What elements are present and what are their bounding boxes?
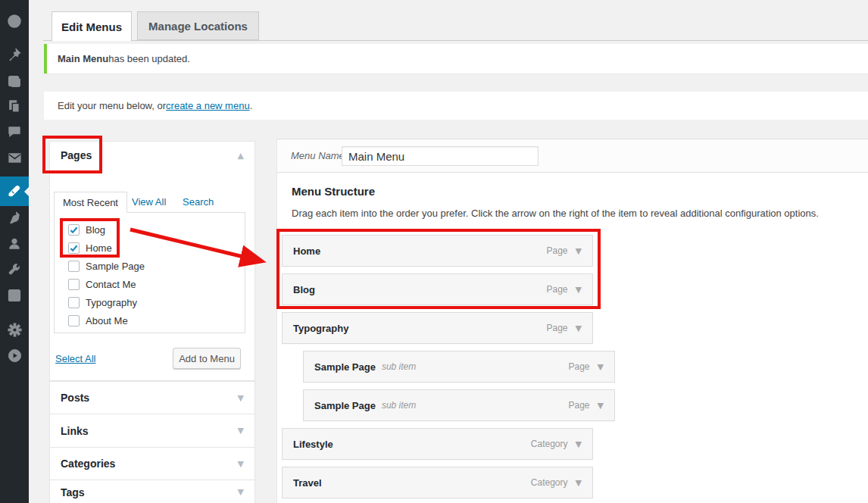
checkbox-home[interactable] xyxy=(68,242,80,254)
menu-item-typography[interactable]: Typography Page ▼ xyxy=(282,312,593,344)
pushpin-icon[interactable] xyxy=(0,42,29,67)
accordion-links-label: Links xyxy=(61,425,89,437)
comments-icon[interactable] xyxy=(0,119,29,145)
mail-icon[interactable] xyxy=(0,145,29,170)
pages-panel: Pages ▲ Most Recent View All Search Blog… xyxy=(49,141,255,381)
tab-edit-menus-label: Edit Menus xyxy=(61,20,122,33)
accordion-links[interactable]: Links▼ xyxy=(49,414,255,448)
menu-item-travel[interactable]: Travel Category ▼ xyxy=(282,467,593,498)
checkbox-home-label: Home xyxy=(86,242,112,254)
chevron-down-icon[interactable]: ▼ xyxy=(238,426,244,436)
tab-search[interactable]: Search xyxy=(183,196,214,208)
accordion-tags-label: Tags xyxy=(61,486,85,498)
dashboard-icon[interactable] xyxy=(0,8,29,34)
page-checkbox-row: Home xyxy=(68,239,245,257)
chevron-down-icon[interactable]: ▼ xyxy=(238,393,244,403)
page-checkbox-row: About Me xyxy=(68,311,245,330)
gear-icon[interactable] xyxy=(0,317,29,342)
chevron-down-icon[interactable]: ▼ xyxy=(576,478,582,488)
menu-item-lifestyle[interactable]: Lifestyle Category ▼ xyxy=(282,428,593,460)
menu-item-label: Travel xyxy=(293,477,322,489)
manage-bar-suffix: . xyxy=(250,100,253,111)
page-checkbox-row: Sample Page xyxy=(68,257,245,275)
sliders-icon[interactable] xyxy=(0,283,29,308)
accordion-posts[interactable]: Posts▼ xyxy=(49,381,255,414)
create-new-menu-link[interactable]: create a new menu xyxy=(166,100,250,111)
tab-most-recent[interactable]: Most Recent xyxy=(54,192,127,213)
chevron-down-icon[interactable]: ▼ xyxy=(576,323,582,333)
sidebar-item-appearance-active[interactable] xyxy=(0,177,29,206)
add-to-menu-button[interactable]: Add to Menu xyxy=(173,348,241,369)
tab-view-all[interactable]: View All xyxy=(132,196,166,208)
collapse-up-icon[interactable]: ▲ xyxy=(238,151,244,161)
menu-item-type: Category xyxy=(531,439,568,449)
checkbox-sample-page-label: Sample Page xyxy=(86,261,145,272)
menu-item-type: Page xyxy=(569,361,590,372)
checkbox-contact-me-label: Contact Me xyxy=(86,279,136,290)
tab-most-recent-label: Most Recent xyxy=(63,197,118,208)
chevron-down-icon[interactable]: ▼ xyxy=(576,246,582,256)
tab-edit-menus[interactable]: Edit Menus xyxy=(52,11,132,41)
media-icon[interactable]: ♪ xyxy=(0,68,29,94)
update-notice: Main Menu has been updated. xyxy=(44,44,868,73)
accordion-tags[interactable]: Tags▼ xyxy=(49,480,255,503)
chevron-down-icon[interactable]: ▼ xyxy=(238,459,244,469)
select-all-link[interactable]: Select All xyxy=(55,353,95,364)
checkbox-sample-page[interactable] xyxy=(68,261,80,272)
tab-manage-locations[interactable]: Manage Locations xyxy=(137,11,259,40)
menu-item-sample-page-1[interactable]: Sample Page sub item Page ▼ xyxy=(303,351,615,383)
menu-name-input[interactable] xyxy=(342,146,539,166)
menu-item-label: Blog xyxy=(293,284,315,295)
menu-item-label: Typography xyxy=(293,323,348,334)
tab-manage-locations-label: Manage Locations xyxy=(148,20,248,33)
menu-item-sample-page-2[interactable]: Sample Page sub item Page ▼ xyxy=(303,389,615,421)
chevron-down-icon[interactable]: ▼ xyxy=(576,285,582,295)
chevron-down-icon[interactable]: ▼ xyxy=(576,439,582,449)
accordion-posts-label: Posts xyxy=(61,392,89,404)
manage-bar-text: Edit your menu below, or xyxy=(58,100,166,111)
menu-item-blog[interactable]: Blog Page ▼ xyxy=(282,273,593,305)
pages-checklist: Blog Home Sample Page Contact Me Typogra… xyxy=(54,212,245,333)
menu-structure-description: Drag each item into the order you prefer… xyxy=(292,208,819,219)
page-checkbox-row: Typography xyxy=(68,293,245,311)
chevron-down-icon[interactable]: ▼ xyxy=(598,362,604,372)
menu-item-label: Sample Page xyxy=(314,400,376,411)
menu-item-type: Page xyxy=(569,400,590,411)
page-checkbox-row: Contact Me xyxy=(68,275,245,293)
tab-bottom-border xyxy=(43,40,868,41)
menu-name-label: Menu Name xyxy=(291,150,345,161)
chevron-down-icon[interactable]: ▼ xyxy=(598,401,604,411)
accordion-categories[interactable]: Categories▼ xyxy=(49,447,255,480)
menu-item-type: Page xyxy=(547,323,568,333)
play-circle-icon[interactable] xyxy=(0,342,29,368)
checkbox-blog[interactable] xyxy=(68,224,80,236)
page-checkbox-row: Blog xyxy=(68,220,245,239)
menu-structure-title: Menu Structure xyxy=(292,185,375,198)
users-icon[interactable] xyxy=(0,231,29,257)
wrench-icon[interactable] xyxy=(0,257,29,283)
menu-item-label: Lifestyle xyxy=(293,439,333,450)
menu-item-label: Sample Page xyxy=(314,361,376,373)
menu-item-home[interactable]: Home Page ▼ xyxy=(282,235,593,267)
pages-icon[interactable] xyxy=(0,93,29,119)
menu-name-bar: Menu Name xyxy=(277,139,868,173)
admin-sidebar: ♪ xyxy=(0,0,29,503)
checkbox-contact-me[interactable] xyxy=(68,279,80,290)
checkbox-typography[interactable] xyxy=(68,297,80,308)
accordion-categories-label: Categories xyxy=(61,458,115,470)
menu-item-label: Home xyxy=(293,245,320,257)
wordpress-menus-screen: ♪ xyxy=(0,0,868,503)
checkbox-about-me[interactable] xyxy=(68,315,80,326)
manage-menus-bar: Edit your menu below, or create a new me… xyxy=(44,92,868,120)
chevron-down-icon[interactable]: ▼ xyxy=(238,487,244,497)
checkbox-about-me-label: About Me xyxy=(86,315,128,326)
pages-panel-header[interactable]: Pages ▲ xyxy=(50,142,254,169)
notice-menu-name: Main Menu xyxy=(58,53,108,64)
plugin-icon[interactable] xyxy=(0,205,29,230)
checkbox-blog-label: Blog xyxy=(86,224,105,236)
checkbox-typography-label: Typography xyxy=(86,297,137,308)
pages-panel-tabs: Most Recent View All Search xyxy=(50,192,256,213)
menu-item-subitem-label: sub item xyxy=(382,361,416,372)
notice-text: has been updated. xyxy=(108,53,190,64)
menu-item-subitem-label: sub item xyxy=(382,400,416,411)
